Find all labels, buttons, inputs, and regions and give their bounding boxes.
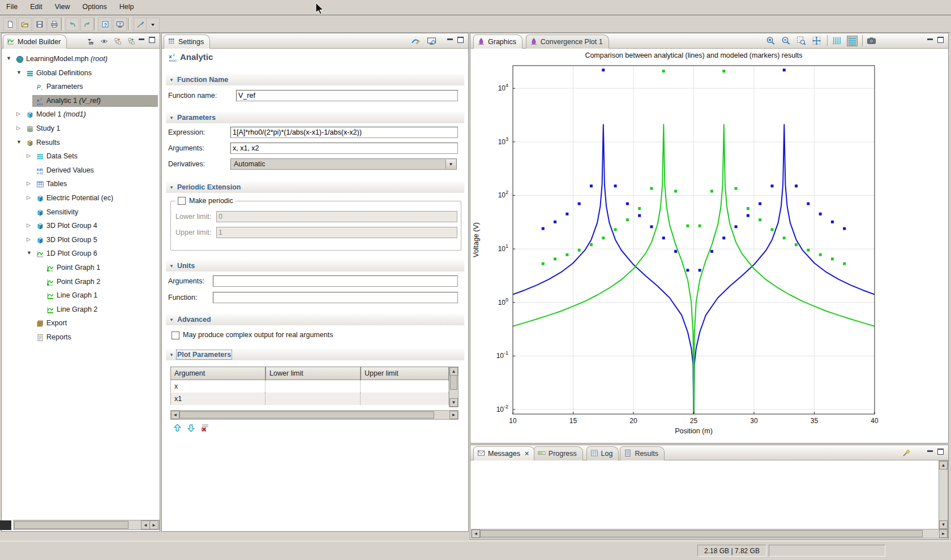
plot-canvas[interactable]: Comparison between analytical (lines) an… [470, 49, 947, 442]
tree-item-global-definitions[interactable]: ▼Global Definitions [2, 67, 158, 80]
tree-item-parameters[interactable]: PiParameters [2, 81, 158, 93]
tree-item-derived-values[interactable]: 8.85e-12Derived Values [2, 165, 158, 177]
expand-arrow-icon[interactable]: ▷ [27, 222, 31, 228]
tree-item-electric-potential-ec[interactable]: ▷Electric Potential (ec) [2, 192, 158, 205]
zoom-in-icon[interactable] [766, 36, 776, 45]
scroll-up-icon[interactable]: ▲ [939, 461, 948, 469]
upper-limit-input[interactable] [216, 227, 457, 238]
save-icon[interactable] [33, 18, 46, 31]
collapse-all-icon[interactable] [85, 36, 95, 46]
scroll-down-icon[interactable]: ▼ [939, 520, 948, 529]
table-cell[interactable]: x1 [170, 393, 265, 405]
tree-item-point-graph-1[interactable]: Point Graph 1 [2, 262, 158, 274]
brush-icon[interactable] [134, 18, 147, 31]
y-grid-icon[interactable] [847, 36, 858, 46]
table-hscrollbar[interactable]: ◄ ► [170, 410, 459, 420]
tab-log[interactable]: Log [586, 446, 619, 460]
column-header-upper-limit[interactable]: Upper limit [361, 367, 449, 380]
tree-item-learningmodel-mph[interactable]: ▼LearningModel.mph (root) [2, 53, 158, 66]
sketch-pen-icon[interactable] [411, 36, 421, 46]
new-icon[interactable] [3, 18, 17, 31]
tab-convergence-plot-1[interactable]: Convergence Plot 1 [526, 35, 609, 49]
chevron-down-icon[interactable]: ▼ [445, 160, 456, 169]
scroll-right-icon[interactable]: ► [939, 529, 948, 538]
help-icon[interactable]: ? [98, 18, 112, 31]
move-up-icon[interactable] [173, 424, 182, 433]
minimize-icon[interactable] [927, 450, 933, 452]
undo-icon[interactable] [66, 18, 79, 31]
lower-limit-input[interactable] [216, 211, 457, 222]
zoom-extents-icon[interactable] [812, 36, 821, 45]
expand-arrow-icon[interactable]: ▷ [27, 180, 31, 186]
expression-input[interactable] [230, 127, 458, 138]
delete-icon[interactable] [200, 424, 209, 433]
scroll-down-icon[interactable]: ▼ [449, 398, 458, 407]
dock-vscrollbar[interactable]: ▲ ▼ [939, 460, 948, 529]
close-icon[interactable]: × [525, 450, 529, 458]
table-cell[interactable] [361, 380, 449, 393]
model-tree-node-icon[interactable] [113, 36, 122, 46]
zoom-out-icon[interactable] [781, 36, 791, 45]
model-tree-hscrollbar[interactable]: ◄ ► [13, 520, 160, 530]
model-wizard-node-icon[interactable] [126, 36, 136, 46]
move-down-icon[interactable] [187, 424, 196, 433]
tree-item-line-graph-1[interactable]: Line Graph 1 [2, 290, 158, 302]
tree-item-point-graph-2[interactable]: Point Graph 2 [2, 276, 158, 288]
tree-item-3d-plot-group-5[interactable]: ▷3D Plot Group 5 [2, 234, 158, 247]
tree-item-results[interactable]: ▼Results [2, 137, 158, 149]
tree-item-study-1[interactable]: ▷Study 1 [2, 123, 158, 135]
make-periodic-checkbox[interactable] [178, 197, 186, 205]
section-parameters[interactable]: ▼ Parameters [166, 112, 464, 123]
units-function-input[interactable] [213, 292, 458, 303]
open-icon[interactable] [18, 18, 32, 31]
complex-output-checkbox[interactable] [172, 331, 179, 339]
section-function-name[interactable]: ▼ Function Name [166, 74, 464, 85]
section-periodic-extension[interactable]: ▼ Periodic Extension [166, 182, 464, 193]
table-cell[interactable] [361, 393, 449, 405]
maximize-icon[interactable] [149, 37, 155, 43]
derivatives-select[interactable]: Automatic ▼ [230, 158, 457, 170]
expand-arrow-icon[interactable]: ▷ [27, 195, 31, 200]
show-eye-icon[interactable] [99, 36, 109, 46]
scroll-up-icon[interactable]: ▲ [449, 367, 458, 376]
tree-item-export[interactable]: Export [2, 317, 158, 330]
tab-graphics[interactable]: Graphics [473, 35, 522, 49]
scroll-left-icon[interactable]: ◄ [171, 411, 179, 419]
model-builder-tab[interactable]: Model Builder [3, 35, 67, 49]
menu-file[interactable]: File [0, 0, 24, 15]
dock-hscrollbar[interactable]: ◄ ► [471, 529, 948, 539]
function-name-input[interactable] [236, 90, 458, 101]
scroll-left-icon[interactable]: ◄ [141, 520, 150, 529]
section-advanced[interactable]: ▼ Advanced [166, 314, 464, 325]
units-arguments-input[interactable] [213, 275, 458, 287]
settings-tab[interactable]: Settings [164, 35, 210, 49]
print-icon[interactable] [48, 18, 61, 31]
expand-arrow-icon[interactable]: ▷ [16, 125, 20, 131]
tree-item-3d-plot-group-4[interactable]: ▷3D Plot Group 4 [2, 220, 158, 232]
dropdown-arrow-icon[interactable] [146, 18, 160, 31]
menu-edit[interactable]: Edit [24, 0, 49, 15]
tree-item-data-sets[interactable]: ▷Data Sets [2, 150, 158, 163]
show-help-icon[interactable] [427, 36, 436, 46]
tree-item-analytic-1[interactable]: x2sin(x)Analytic 1 (V_ref) [2, 95, 158, 107]
arguments-input[interactable] [230, 143, 458, 154]
scroll-right-icon[interactable]: ► [149, 520, 158, 529]
menu-help[interactable]: Help [113, 0, 140, 15]
tab-results[interactable]: Results [620, 446, 665, 460]
collapse-arrow-icon[interactable]: ▼ [16, 139, 22, 145]
section-units[interactable]: ▼ Units [166, 260, 464, 272]
tree-item-model-1[interactable]: ▷Model 1 (mod1) [2, 109, 158, 121]
expand-arrow-icon[interactable]: ▷ [27, 236, 31, 242]
scroll-left-icon[interactable]: ◄ [472, 529, 480, 538]
minimize-icon[interactable] [447, 38, 453, 40]
tab-messages[interactable]: Messages× [473, 446, 535, 460]
messages-content[interactable] [471, 460, 939, 528]
table-cell[interactable] [265, 380, 361, 393]
minimize-icon[interactable] [927, 38, 933, 40]
zoom-box-icon[interactable] [796, 36, 806, 45]
x-grid-icon[interactable] [832, 36, 841, 45]
menu-options[interactable]: Options [76, 0, 113, 15]
table-cell[interactable] [265, 393, 361, 405]
table-cell[interactable]: x [170, 380, 265, 393]
tab-progress[interactable]: Progress [534, 446, 583, 460]
